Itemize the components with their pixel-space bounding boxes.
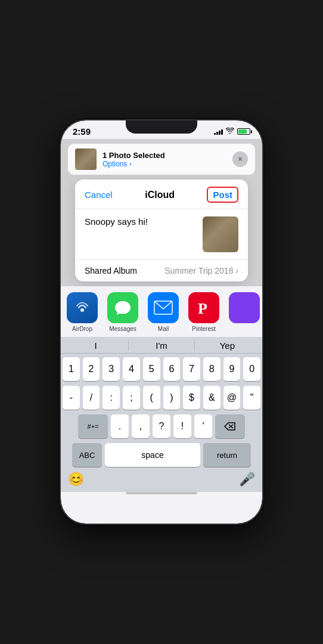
key-5[interactable]: 5 (143, 357, 160, 381)
share-app-messages[interactable]: Messages (106, 292, 139, 332)
key-lparen[interactable]: ( (143, 386, 160, 410)
messages-label: Messages (109, 326, 136, 332)
photo-header-text: 1 Photo Selected Options › (103, 151, 165, 168)
icloud-modal: Cancel iCloud Post Snoopy says hi! Share… (75, 179, 248, 281)
key-1[interactable]: 1 (63, 357, 80, 381)
key-colon[interactable]: : (103, 386, 120, 410)
icloud-footer[interactable]: Shared Album Summer Trip 2018 › (75, 259, 248, 281)
key-quote[interactable]: " (243, 386, 260, 410)
pinterest-icon: P (188, 292, 219, 323)
options-link[interactable]: Options › (103, 160, 165, 168)
key-ampersand[interactable]: & (203, 386, 220, 410)
keyboard-area: I I'm Yep 1 2 3 4 5 6 7 8 9 0 (61, 337, 262, 492)
pinterest-label: Pinterest (192, 326, 215, 332)
icloud-dialog-title: iCloud (145, 190, 175, 200)
svg-point-0 (80, 308, 84, 312)
battery-fill (238, 129, 247, 134)
space-key[interactable]: space (105, 443, 200, 467)
key-3[interactable]: 3 (103, 357, 120, 381)
key-8[interactable]: 8 (203, 357, 220, 381)
photo-selected-label: 1 Photo Selected (103, 151, 165, 160)
key-at[interactable]: @ (223, 386, 241, 410)
battery-icon (237, 128, 250, 135)
number-row: 1 2 3 4 5 6 7 8 9 0 (63, 357, 260, 381)
messages-icon (107, 292, 138, 323)
airdrop-icon (67, 292, 98, 323)
partial-app-icon (229, 292, 260, 323)
bottom-key-row: ABC space return (63, 443, 260, 467)
key-comma[interactable]: , (132, 414, 150, 438)
notch (126, 120, 197, 134)
share-app-airdrop[interactable]: AirDrop (66, 292, 99, 332)
svg-text:P: P (198, 300, 207, 317)
quicktype-word-3[interactable]: Yep (195, 340, 260, 351)
icloud-attached-photo (203, 216, 238, 252)
shared-album-value: Summer Trip 2018 › (164, 266, 238, 275)
phone-screen: 2:59 (61, 120, 262, 524)
share-app-mail[interactable]: Mail (147, 292, 180, 332)
close-button[interactable]: × (232, 151, 248, 167)
mail-icon (148, 292, 179, 323)
shared-album-label: Shared Album (85, 266, 137, 275)
cancel-button[interactable]: Cancel (85, 190, 113, 200)
phone-frame: 2:59 (60, 119, 263, 525)
key-rparen[interactable]: ) (163, 386, 181, 410)
return-key[interactable]: return (203, 443, 251, 467)
key-dash[interactable]: - (63, 386, 80, 410)
photo-header-left: 1 Photo Selected Options › (75, 148, 165, 170)
photo-strip-area: 1 Photo Selected Options › × Cancel iClo… (61, 139, 262, 286)
icloud-header: Cancel iCloud Post (75, 179, 248, 209)
key-slash[interactable]: / (83, 386, 100, 410)
key-semicolon[interactable]: ; (123, 386, 140, 410)
key-2[interactable]: 2 (83, 357, 100, 381)
key-4[interactable]: 4 (123, 357, 140, 381)
selected-photo-thumbnail (75, 148, 97, 170)
mic-key[interactable]: 🎤 (239, 472, 255, 487)
share-apps-row: AirDrop Messages Mail (61, 286, 262, 337)
key-9[interactable]: 9 (223, 357, 241, 381)
backspace-key[interactable] (215, 414, 245, 438)
icloud-body: Snoopy says hi! (75, 209, 248, 259)
emoji-mic-row: 😊 🎤 (61, 469, 262, 492)
key-period[interactable]: . (111, 414, 129, 438)
home-indicator (126, 492, 197, 494)
quicktype-row: I I'm Yep (61, 337, 262, 354)
third-row: #+= . , ? ! ' (63, 414, 260, 438)
key-7[interactable]: 7 (183, 357, 200, 381)
abc-key[interactable]: ABC (72, 443, 102, 467)
photo-header: 1 Photo Selected Options › × (68, 144, 255, 175)
mail-label: Mail (158, 326, 169, 332)
quicktype-word-2[interactable]: I'm (128, 340, 194, 351)
icloud-message-text[interactable]: Snoopy says hi! (85, 216, 195, 227)
key-question[interactable]: ? (153, 414, 170, 438)
key-dollar[interactable]: $ (183, 386, 200, 410)
emoji-key[interactable]: 😊 (68, 472, 84, 487)
status-icons (214, 128, 250, 135)
post-button[interactable]: Post (207, 187, 238, 203)
key-apostrophe[interactable]: ' (194, 414, 212, 438)
symbols-row: - / : ; ( ) $ & @ " (63, 386, 260, 410)
key-0[interactable]: 0 (243, 357, 260, 381)
signal-bars-icon (214, 129, 223, 135)
quicktype-word-1[interactable]: I (63, 340, 128, 351)
key-6[interactable]: 6 (163, 357, 181, 381)
wifi-icon (226, 128, 234, 135)
keyboard-rows: 1 2 3 4 5 6 7 8 9 0 - / : ; ( ) (61, 354, 262, 469)
status-time: 2:59 (73, 126, 91, 137)
share-app-pinterest[interactable]: P Pinterest (187, 292, 220, 332)
key-hashpluseq[interactable]: #+= (78, 414, 108, 438)
airdrop-label: AirDrop (72, 326, 92, 332)
share-app-partial[interactable] (228, 292, 261, 332)
key-exclamation[interactable]: ! (173, 414, 191, 438)
